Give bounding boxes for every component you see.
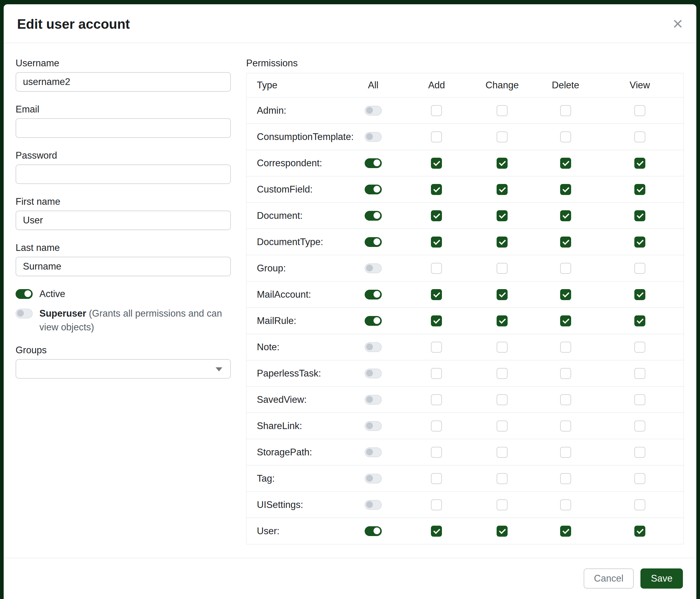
permission-add-checkbox[interactable] — [431, 263, 442, 274]
permission-add-checkbox[interactable] — [431, 315, 442, 327]
groups-select[interactable] — [16, 359, 231, 379]
permission-all-toggle[interactable] — [365, 421, 382, 431]
password-input[interactable] — [16, 164, 231, 184]
permission-all-toggle[interactable] — [365, 158, 382, 168]
permission-view-checkbox[interactable] — [634, 394, 645, 405]
permission-delete-checkbox[interactable] — [560, 526, 571, 537]
last-name-label: Last name — [16, 242, 231, 253]
permission-add-checkbox[interactable] — [431, 473, 442, 484]
active-toggle[interactable] — [16, 289, 33, 299]
permission-delete-checkbox[interactable] — [560, 394, 571, 405]
permission-view-checkbox[interactable] — [634, 210, 645, 221]
permission-change-checkbox[interactable] — [497, 210, 507, 221]
permission-delete-checkbox[interactable] — [560, 210, 571, 221]
permission-add-checkbox[interactable] — [431, 289, 442, 300]
permission-delete-checkbox[interactable] — [560, 499, 571, 510]
permission-change-checkbox[interactable] — [497, 394, 507, 405]
permission-all-toggle[interactable] — [365, 263, 382, 273]
permission-all-toggle[interactable] — [365, 211, 382, 221]
permission-add-checkbox[interactable] — [431, 499, 442, 510]
username-input[interactable] — [16, 72, 231, 92]
permission-view-checkbox[interactable] — [634, 342, 645, 353]
permission-change-checkbox[interactable] — [497, 421, 507, 432]
permission-view-checkbox[interactable] — [634, 447, 645, 458]
permission-delete-checkbox[interactable] — [560, 368, 571, 379]
permission-view-checkbox[interactable] — [634, 184, 645, 195]
permission-delete-checkbox[interactable] — [560, 105, 571, 116]
permission-change-checkbox[interactable] — [497, 158, 507, 169]
permission-all-toggle[interactable] — [365, 342, 382, 352]
permission-all-toggle[interactable] — [365, 132, 382, 142]
permission-change-checkbox[interactable] — [497, 289, 507, 300]
permission-add-checkbox[interactable] — [431, 237, 442, 247]
permission-all-toggle[interactable] — [365, 316, 382, 326]
permission-delete-checkbox[interactable] — [560, 237, 571, 247]
permission-add-checkbox[interactable] — [431, 210, 442, 221]
permission-all-toggle[interactable] — [365, 368, 382, 378]
permission-add-checkbox[interactable] — [431, 184, 442, 195]
permission-add-checkbox[interactable] — [431, 158, 442, 169]
permission-delete-checkbox[interactable] — [560, 184, 571, 195]
permission-change-checkbox[interactable] — [497, 263, 507, 274]
permission-add-checkbox[interactable] — [431, 394, 442, 405]
permission-all-toggle[interactable] — [365, 106, 382, 116]
permission-add-checkbox[interactable] — [431, 526, 442, 537]
permission-add-checkbox[interactable] — [431, 342, 442, 353]
permission-delete-checkbox[interactable] — [560, 421, 571, 432]
permission-view-checkbox[interactable] — [634, 526, 645, 537]
permission-change-checkbox[interactable] — [497, 237, 507, 247]
permission-view-checkbox[interactable] — [634, 105, 645, 116]
close-icon[interactable]: × — [673, 15, 683, 32]
permission-delete-checkbox[interactable] — [560, 473, 571, 484]
permission-change-checkbox[interactable] — [497, 184, 507, 195]
permission-delete-checkbox[interactable] — [560, 289, 571, 300]
save-button[interactable]: Save — [641, 569, 683, 589]
permission-change-checkbox[interactable] — [497, 526, 507, 537]
permission-delete-checkbox[interactable] — [560, 315, 571, 327]
permission-view-checkbox[interactable] — [634, 263, 645, 274]
permission-delete-checkbox[interactable] — [560, 342, 571, 353]
permission-delete-checkbox[interactable] — [560, 131, 571, 142]
permission-view-checkbox[interactable] — [634, 237, 645, 247]
permission-all-toggle[interactable] — [365, 474, 382, 483]
email-input[interactable] — [16, 118, 231, 138]
permission-all-toggle[interactable] — [365, 448, 382, 457]
permission-all-toggle[interactable] — [365, 526, 382, 536]
permission-change-checkbox[interactable] — [497, 499, 507, 510]
permission-all-toggle[interactable] — [365, 185, 382, 194]
permission-all-toggle[interactable] — [365, 290, 382, 300]
permission-add-checkbox[interactable] — [431, 105, 442, 116]
permission-add-checkbox[interactable] — [431, 447, 442, 458]
permission-change-checkbox[interactable] — [497, 105, 507, 116]
permission-view-checkbox[interactable] — [634, 421, 645, 432]
permission-row: ShareLink: — [247, 413, 683, 439]
permission-all-toggle[interactable] — [365, 500, 382, 510]
superuser-toggle[interactable] — [16, 309, 33, 318]
permission-change-checkbox[interactable] — [497, 131, 507, 142]
permission-all-toggle[interactable] — [365, 395, 382, 405]
permission-view-checkbox[interactable] — [634, 368, 645, 379]
permission-change-checkbox[interactable] — [497, 315, 507, 327]
permission-change-checkbox[interactable] — [497, 447, 507, 458]
permission-add-checkbox[interactable] — [431, 368, 442, 379]
first-name-input[interactable] — [16, 211, 231, 230]
permission-view-checkbox[interactable] — [634, 131, 645, 142]
permission-change-checkbox[interactable] — [497, 473, 507, 484]
permission-view-checkbox[interactable] — [634, 315, 645, 327]
permission-add-checkbox[interactable] — [431, 131, 442, 142]
permission-change-checkbox[interactable] — [497, 342, 507, 353]
permission-delete-checkbox[interactable] — [560, 447, 571, 458]
permission-view-checkbox[interactable] — [634, 499, 645, 510]
permission-delete-checkbox[interactable] — [560, 158, 571, 169]
permission-add-checkbox[interactable] — [431, 421, 442, 432]
permission-view-checkbox[interactable] — [634, 473, 645, 484]
permission-type-label: User: — [247, 526, 343, 537]
permission-type-label: MailAccount: — [247, 289, 343, 300]
last-name-input[interactable] — [16, 257, 231, 276]
permission-all-toggle[interactable] — [365, 237, 382, 247]
cancel-button[interactable]: Cancel — [584, 569, 634, 589]
permission-view-checkbox[interactable] — [634, 289, 645, 300]
permission-delete-checkbox[interactable] — [560, 263, 571, 274]
permission-view-checkbox[interactable] — [634, 158, 645, 169]
permission-change-checkbox[interactable] — [497, 368, 507, 379]
